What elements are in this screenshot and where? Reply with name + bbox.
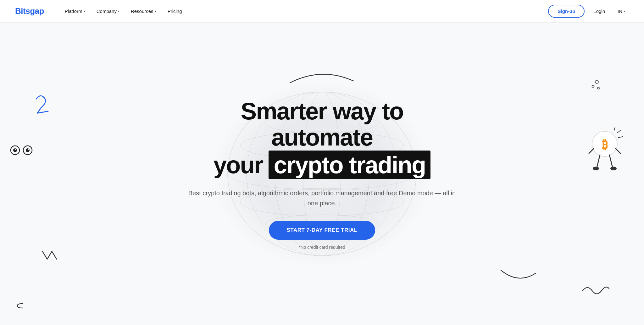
svg-point-27: [610, 167, 617, 170]
chevron-down-icon: ▾: [624, 9, 625, 13]
svg-point-16: [595, 80, 598, 83]
svg-line-24: [597, 155, 600, 168]
nav-item-company[interactable]: Company ▾: [92, 6, 124, 16]
eyes-doodle: [9, 142, 35, 159]
svg-line-25: [609, 155, 613, 168]
logo[interactable]: Bitsgap: [15, 6, 44, 16]
svg-line-21: [617, 130, 620, 133]
hero-content: Smarter way to automate your crypto trad…: [180, 98, 464, 250]
svg-line-23: [614, 127, 615, 130]
cta-trial-button[interactable]: START 7-DAY FREE TRIAL: [269, 221, 375, 240]
zigzag-doodle: [41, 248, 60, 265]
hero-title: Smarter way to automate your crypto trad…: [188, 98, 456, 180]
logo-text: Bitsgap: [15, 6, 44, 16]
svg-point-18: [597, 87, 599, 89]
nav-right: Sign-up Login IN ▾: [548, 5, 629, 18]
svg-point-17: [592, 85, 594, 88]
bottom-curve-decoration: [499, 267, 537, 287]
top-curve-decoration: [275, 64, 369, 89]
nav-links: Platform ▾ Company ▾ Resources ▾ Pricing: [60, 6, 548, 16]
svg-point-11: [13, 148, 17, 152]
svg-point-15: [28, 149, 29, 150]
hero-subtitle: Best crypto trading bots, algorithmic or…: [188, 188, 456, 208]
chevron-down-icon: ▾: [155, 9, 156, 13]
c-doodle: [16, 301, 25, 312]
svg-line-22: [618, 137, 623, 138]
svg-line-29: [616, 149, 620, 153]
nav-item-platform[interactable]: Platform ▾: [60, 6, 90, 16]
login-button[interactable]: Login: [590, 6, 609, 16]
language-selector[interactable]: IN ▾: [614, 6, 629, 16]
svg-text:₿: ₿: [602, 138, 608, 151]
bitcoin-mascot: ₿: [584, 127, 625, 178]
svg-point-14: [26, 148, 30, 152]
svg-point-26: [593, 167, 599, 170]
nav-item-pricing[interactable]: Pricing: [163, 6, 186, 16]
signup-button[interactable]: Sign-up: [548, 5, 585, 18]
navbar: Bitsgap Platform ▾ Company ▾ Resources ▾…: [0, 0, 644, 23]
svg-line-28: [589, 149, 594, 153]
chevron-down-icon: ▾: [118, 9, 119, 13]
hero-section: ₿ Smarter way to automate: [0, 23, 644, 325]
hero-title-line2: your crypto trading: [214, 151, 431, 178]
no-credit-card-note: *No credit card required: [188, 245, 456, 250]
nav-item-resources[interactable]: Resources ▾: [126, 6, 161, 16]
circles-decoration: [581, 76, 603, 100]
chevron-down-icon: ▾: [84, 9, 85, 13]
number-2-doodle: [29, 90, 53, 122]
svg-point-12: [15, 149, 16, 150]
squiggle-decoration: [581, 283, 609, 300]
